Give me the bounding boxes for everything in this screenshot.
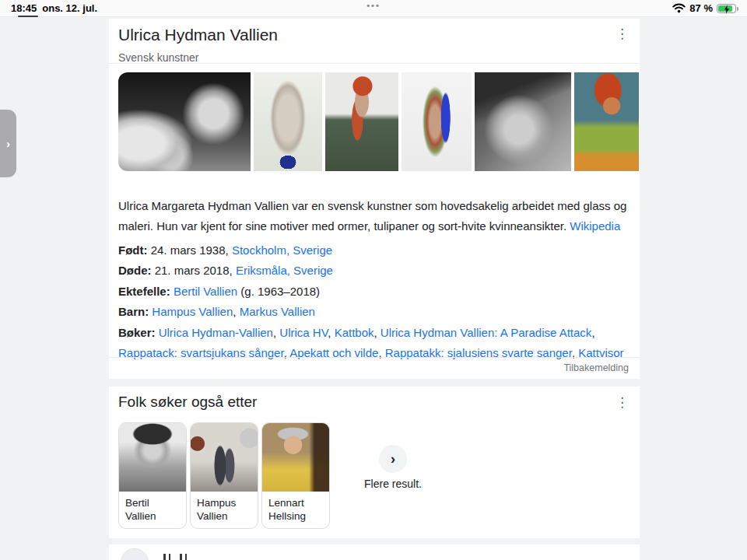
person-name: Bertil Vallien (119, 492, 186, 523)
fact-label: Født: (118, 243, 147, 257)
chevron-right-icon: › (391, 451, 395, 467)
multitask-dots-icon[interactable]: ••• (0, 1, 747, 10)
result-favicon-circle (121, 548, 149, 560)
hampus-vallien-studio-photo (191, 423, 258, 492)
description-text: Ulrica Margareta Hydman Vallien var en s… (118, 199, 626, 233)
battery-charging-icon (717, 4, 736, 13)
fact-link[interactable]: Bertil Vallien (174, 285, 237, 298)
fact-text: , (233, 305, 239, 318)
more-results-button[interactable]: › (379, 445, 407, 473)
more-results: › Flere result. (358, 445, 428, 490)
section-title: Folk søker også etter (118, 394, 257, 411)
more-options-icon[interactable]: ⋮ (615, 27, 629, 41)
portrait-red-headscarf[interactable] (325, 72, 398, 171)
people-cards-row: Bertil VallienHampus VallienLennart Hell… (118, 422, 330, 529)
person-card[interactable]: Lennart Hellsing (261, 422, 330, 529)
fact-link[interactable]: Stockholm, Sverige (232, 243, 332, 257)
chevron-right-icon: › (6, 137, 10, 150)
bw-face-portrait[interactable] (475, 72, 571, 171)
fact-link[interactable]: Markus Vallien (240, 305, 315, 318)
fact-text: , (591, 326, 594, 339)
knowledge-panel: Ulrica Hydman Vallien Svensk kunstner ⋮ … (109, 19, 640, 379)
page-subtitle: Svensk kunstner (118, 51, 199, 64)
bw-photo-artist-with-glass-vase[interactable] (118, 72, 251, 171)
person-name: Lennart Hellsing (262, 492, 329, 523)
person-card[interactable]: Hampus Vallien (190, 422, 258, 529)
fact-label: Bøker: (118, 326, 156, 339)
person-card[interactable]: Bertil Vallien (118, 422, 187, 529)
fact-text: , (374, 326, 381, 339)
lennart-hellsing-portrait (262, 423, 329, 492)
time-underline (18, 16, 38, 17)
fact-row: Barn: Hampus Vallien, Markus Vallien (118, 302, 629, 322)
fact-text: , (328, 326, 334, 339)
description: Ulrica Margareta Hydman Vallien var en s… (118, 196, 629, 236)
fact-link[interactable]: Ulrica Hydman Vallien: A Paradise Attack (381, 326, 592, 339)
bertil-vallien-bw-portrait (119, 423, 186, 492)
feedback-link[interactable]: Tilbakemelding (563, 358, 629, 379)
facts-list: Født: 24. mars 1938, Stockholm, SverigeD… (118, 240, 629, 363)
wikipedia-link[interactable]: Wikipedia (570, 219, 620, 233)
more-results-label: Flere result. (358, 478, 428, 490)
fact-text: (g. 1963–2018) (237, 285, 320, 298)
fact-label: Barn: (118, 305, 149, 318)
image-strip (118, 72, 640, 171)
person-name: Hampus Vallien (191, 492, 258, 523)
clipped-text-fragment (163, 554, 187, 560)
fact-text: 24. mars 1938, (147, 243, 231, 257)
fact-link[interactable]: Ulrica Hydman-Vallien (159, 326, 273, 339)
sidebar-pull-tab[interactable]: › (0, 110, 16, 177)
fact-row: Født: 24. mars 1938, Stockholm, Sverige (118, 240, 629, 261)
fact-row: Ektefelle: Bertil Vallien (g. 1963–2018) (118, 282, 629, 302)
next-result-clipped (109, 544, 640, 560)
fact-link[interactable]: Kattbok (335, 326, 374, 339)
fact-link[interactable]: Eriksmåla, Sverige (236, 264, 333, 277)
fact-text: 21. mars 2018, (152, 264, 236, 277)
portrait-red-hair-green-top[interactable] (574, 72, 639, 171)
fact-label: Ektefelle: (118, 285, 170, 298)
fact-row: Døde: 21. mars 2018, Eriksmåla, Sverige (118, 261, 629, 281)
status-bar: 18:45 ons. 12. jul. ••• 87 % (0, 0, 747, 17)
vase-with-blue-figure[interactable] (402, 72, 472, 171)
people-also-search-section: Folk søker også etter ⋮ Bertil VallienHa… (109, 387, 640, 538)
divider (109, 63, 640, 64)
fact-label: Døde: (118, 264, 152, 277)
page-title: Ulrica Hydman Vallien (118, 26, 278, 44)
more-options-icon[interactable]: ⋮ (615, 396, 629, 410)
divider (109, 357, 640, 358)
fact-link[interactable]: Hampus Vallien (152, 305, 233, 318)
painted-glass-vase[interactable] (254, 72, 322, 171)
lightning-bolt-icon (724, 5, 730, 14)
fact-link[interactable]: Ulrica HV (279, 326, 328, 339)
